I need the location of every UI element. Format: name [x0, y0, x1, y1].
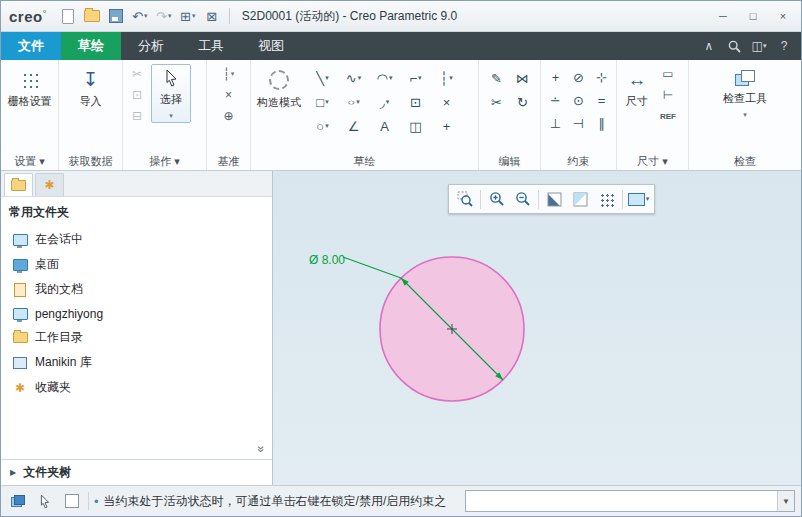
parallel-constraint-button[interactable]: ∥ [590, 112, 613, 135]
caret-down-icon[interactable]: ▾ [386, 98, 390, 106]
dimension-button[interactable]: ↔ 尺寸 [620, 64, 654, 109]
tab-file[interactable]: 文件 [1, 32, 61, 60]
sidebar-item-my-documents[interactable]: 我的文档 [1, 277, 272, 302]
vertical-constraint-button[interactable]: + [544, 66, 567, 89]
equal-constraint-button[interactable]: = [590, 89, 613, 112]
offset-tool-button[interactable]: ⊡ [400, 90, 431, 114]
caret-down-icon[interactable]: ▾ [325, 98, 329, 106]
tab-sketch[interactable]: 草绘 [61, 32, 121, 60]
modify-tool-button[interactable]: ✎ [484, 66, 510, 90]
combobox-dropdown-button[interactable]: ▼ [777, 491, 794, 511]
zoom-out-button[interactable] [510, 188, 535, 211]
line-tool-button[interactable]: ╲▾ [307, 66, 338, 90]
caret-down-icon[interactable]: ▾ [168, 12, 172, 20]
perimeter-dimension-button[interactable]: ▭ [657, 64, 679, 84]
sidebar-item-manikin-library[interactable]: Manikin 库 [1, 350, 272, 375]
sidebar-item-favorites[interactable]: ✱收藏夹 [1, 375, 272, 400]
spline-tool-button[interactable]: ∿▾ [338, 66, 369, 90]
grid-toggle-button[interactable] [594, 188, 619, 211]
reference-dimension-button[interactable]: REF [657, 106, 679, 126]
tab-tools[interactable]: 工具 [181, 32, 241, 60]
caret-down-icon[interactable]: ▾ [356, 98, 360, 106]
csys-datum-button[interactable]: ⊕ [218, 106, 240, 126]
folder-tree-toggle[interactable]: ▶ 文件夹树 [1, 459, 272, 485]
tab-view[interactable]: 视图 [241, 32, 301, 60]
caret-down-icon[interactable]: ▾ [325, 122, 329, 130]
rotate-resize-button[interactable]: ↻ [510, 90, 536, 114]
select-button[interactable]: 选择 ▾ [151, 64, 191, 123]
undo-button[interactable]: ↶▾ [129, 5, 151, 27]
symmetric-constraint-button[interactable]: ⊣ [567, 112, 590, 135]
caret-down-icon[interactable]: ▾ [358, 74, 362, 82]
refit-button[interactable] [542, 188, 567, 211]
close-window-button[interactable]: ⊠ [201, 5, 223, 27]
horizontal-constraint-button[interactable]: ⊹ [590, 66, 613, 89]
caret-down-icon[interactable]: ▾ [646, 195, 650, 203]
expand-list-button[interactable]: » [258, 442, 265, 456]
rectangle-tool-button[interactable]: □▾ [307, 90, 338, 114]
display-options-button[interactable]: ◫▾ [748, 35, 770, 57]
construction-mode-button[interactable]: 构造模式 [254, 64, 304, 110]
caret-down-icon[interactable]: ▾ [743, 111, 747, 119]
search-button[interactable] [723, 35, 745, 57]
group-label-dimension[interactable]: 尺寸 ▾ [617, 153, 688, 170]
divide-tool-button[interactable]: ✂ [484, 90, 510, 114]
caret-down-icon[interactable]: ▾ [192, 12, 196, 20]
shade-display-button[interactable] [568, 188, 593, 211]
inspect-tools-button[interactable]: 检查工具 ▾ [720, 64, 770, 119]
caret-down-icon[interactable]: ▾ [325, 74, 329, 82]
tangent-constraint-button[interactable]: ⊘ [567, 66, 590, 89]
caret-down-icon[interactable]: ▾ [169, 112, 173, 120]
chamfer-tool-button[interactable]: ∠ [338, 114, 369, 138]
conic-tool-button[interactable]: ⌐▾ [400, 66, 431, 90]
box-zoom-button[interactable] [452, 188, 477, 211]
caret-down-icon[interactable]: ▾ [418, 74, 422, 82]
tab-analysis[interactable]: 分析 [121, 32, 181, 60]
perpendicular-constraint-button[interactable]: ⊥ [544, 112, 567, 135]
tab-folder-browser[interactable] [4, 173, 33, 196]
selection-buffer-button[interactable] [7, 490, 29, 512]
minimize-button[interactable]: ─ [709, 5, 737, 27]
sidebar-item-pengzhiyong[interactable]: pengzhiyong [1, 302, 272, 325]
sidebar-item-working-directory[interactable]: 工作目录 [1, 325, 272, 350]
point-tool-button[interactable]: + [431, 114, 462, 138]
copy-button[interactable]: ⊡ [126, 85, 148, 105]
paste-button[interactable]: ⊟ [126, 106, 148, 126]
collapse-ribbon-button[interactable]: ∧ [698, 35, 720, 57]
redo-button[interactable]: ↷▾ [153, 5, 175, 27]
caret-down-icon[interactable]: ▾ [144, 12, 148, 20]
delete-segment-button[interactable]: × [431, 90, 462, 114]
sidebar-item-in-session[interactable]: 在会话中 [1, 227, 272, 252]
point-datum-button[interactable]: × [218, 85, 240, 105]
combobox-value[interactable] [466, 491, 777, 511]
baseline-dimension-button[interactable]: ⊢ [657, 85, 679, 105]
cut-button[interactable]: ✂ [126, 64, 148, 84]
coincident-constraint-button[interactable]: ⊙ [567, 89, 590, 112]
caret-down-icon[interactable]: ▾ [389, 74, 393, 82]
select-cursor-button[interactable] [34, 490, 56, 512]
mirror-tool-button[interactable]: ⋈ [510, 66, 536, 90]
dimension-value[interactable]: Ø 8.00 [309, 253, 345, 267]
centerline-tool-button[interactable]: ┆▾ [431, 66, 462, 90]
midpoint-constraint-button[interactable]: ∸ [544, 89, 567, 112]
group-label-operations[interactable]: 操作 ▾ [123, 153, 206, 170]
sketch-canvas[interactable]: Ø 8.00 [273, 171, 801, 485]
sidebar-item-desktop[interactable]: 桌面 [1, 252, 272, 277]
fillet-tool-button[interactable]: ◞▾ [369, 90, 400, 114]
text-tool-button[interactable]: A [369, 114, 400, 138]
arc-tool-button[interactable]: ◠▾ [369, 66, 400, 90]
close-button[interactable]: × [769, 5, 797, 27]
maximize-button[interactable]: □ [739, 5, 767, 27]
zoom-in-button[interactable] [484, 188, 509, 211]
tab-favorites[interactable]: ✱ [35, 173, 64, 196]
group-label-setup[interactable]: 设置 ▾ [1, 153, 58, 170]
caret-down-icon[interactable]: ▾ [449, 74, 453, 82]
sketch-view-button[interactable]: ▾ [626, 188, 651, 211]
window-switch-button[interactable]: ⊞▾ [177, 5, 199, 27]
save-button[interactable] [105, 5, 127, 27]
circle-tool-button[interactable]: ○▾ [307, 114, 338, 138]
caret-down-icon[interactable]: ▾ [231, 70, 235, 78]
selection-filter-combobox[interactable]: ▼ [465, 490, 795, 512]
checkbox-button[interactable] [61, 490, 83, 512]
ellipse-tool-button[interactable]: ○▾ [338, 90, 369, 114]
